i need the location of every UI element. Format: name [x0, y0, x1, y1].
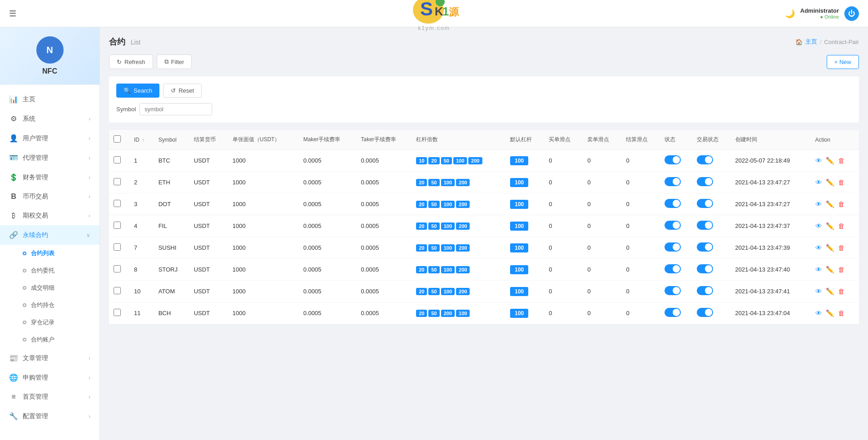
- sidebar-item-perpetual[interactable]: 🔗 永续合约 ∨: [0, 225, 99, 245]
- sidebar-item-user-mgmt[interactable]: 👤 用户管理 ›: [0, 129, 99, 148]
- menu-toggle-icon[interactable]: ☰: [9, 9, 16, 19]
- delete-icon[interactable]: 🗑: [838, 200, 845, 208]
- row-checkbox[interactable]: [114, 156, 121, 163]
- user-name: Administrator: [800, 7, 839, 14]
- leverage-badge: 50: [428, 222, 439, 230]
- edit-icon[interactable]: ✏️: [826, 287, 834, 296]
- trade-status-toggle[interactable]: [697, 242, 713, 252]
- status-toggle[interactable]: [665, 242, 681, 252]
- cell-currency: USDT: [189, 172, 228, 193]
- view-icon[interactable]: 👁: [815, 178, 822, 186]
- delete-icon[interactable]: 🗑: [838, 244, 845, 252]
- sub-dot-transaction: [23, 286, 26, 290]
- sidebar-item-home[interactable]: 📊 主页: [0, 89, 99, 109]
- sidebar-app-icon: N: [46, 45, 53, 55]
- row-checkbox[interactable]: [114, 243, 121, 251]
- sidebar-sub-contract-entrust[interactable]: 合约委托: [9, 262, 99, 279]
- status-toggle[interactable]: [665, 221, 681, 230]
- finance-icon: 💲: [9, 173, 18, 182]
- edit-icon[interactable]: ✏️: [826, 309, 834, 317]
- view-icon[interactable]: 👁: [815, 309, 822, 317]
- trade-status-toggle[interactable]: [697, 177, 713, 186]
- action-icons: 👁 ✏️ 🗑: [815, 222, 854, 230]
- finance-arrow-icon: ›: [89, 174, 90, 181]
- cell-trade-status: [692, 193, 731, 215]
- edit-icon[interactable]: ✏️: [826, 222, 834, 230]
- status-toggle[interactable]: [665, 264, 681, 273]
- cell-maker-fee: 0.0005: [299, 215, 357, 237]
- view-icon[interactable]: 👁: [815, 287, 822, 295]
- reset-button[interactable]: ↺ Reset: [163, 84, 202, 98]
- trade-status-toggle[interactable]: [697, 308, 713, 317]
- sidebar-item-system[interactable]: ⚙ 系统 ›: [0, 109, 99, 129]
- cell-taker-fee: 0.0005: [356, 259, 412, 281]
- theme-toggle-icon[interactable]: 🌙: [785, 9, 795, 19]
- trade-status-toggle[interactable]: [697, 286, 713, 295]
- coin-icon: B: [9, 193, 18, 201]
- sidebar-item-config[interactable]: 🔧 配置管理 ›: [0, 406, 99, 426]
- status-toggle[interactable]: [665, 308, 681, 317]
- sidebar-item-finance[interactable]: 💲 财务管理 ›: [0, 168, 99, 187]
- delete-icon[interactable]: 🗑: [838, 157, 845, 164]
- row-checkbox[interactable]: [114, 178, 121, 185]
- filter-button[interactable]: ⧉ Filter: [157, 54, 192, 69]
- row-checkbox[interactable]: [114, 287, 121, 294]
- cell-default-lever: 100: [506, 172, 544, 193]
- col-taker-fee: Taker手续费率: [356, 130, 412, 150]
- sidebar-sub-liquidation[interactable]: 穿仓记录: [9, 314, 99, 331]
- cell-created-at: 2022-05-07 22:18:49: [731, 150, 811, 172]
- view-icon[interactable]: 👁: [815, 222, 822, 230]
- trade-status-toggle[interactable]: [697, 221, 713, 230]
- cell-sell-slip: 0: [583, 150, 621, 172]
- row-checkbox[interactable]: [114, 265, 121, 272]
- status-toggle[interactable]: [665, 286, 681, 295]
- sidebar-sub-contract-account[interactable]: 合约账户: [9, 331, 99, 348]
- sidebar-item-agent-mgmt[interactable]: 🪪 代理管理 ›: [0, 148, 99, 168]
- leverage-badge: 20: [428, 157, 439, 164]
- view-icon[interactable]: 👁: [815, 200, 822, 208]
- symbol-input[interactable]: [139, 103, 212, 115]
- sub-dot-account: [23, 338, 26, 341]
- sidebar-sub-contract-position[interactable]: 合约持仓: [9, 297, 99, 314]
- select-all-checkbox[interactable]: [114, 135, 121, 143]
- trade-status-toggle[interactable]: [697, 199, 713, 208]
- row-checkbox[interactable]: [114, 309, 121, 316]
- new-button[interactable]: + New: [827, 55, 859, 69]
- options-icon: ₿: [9, 212, 18, 220]
- refresh-button[interactable]: ↻ Refresh: [109, 54, 153, 69]
- sidebar-item-options[interactable]: ₿ 期权交易 ›: [0, 206, 99, 225]
- sidebar-item-article[interactable]: 📰 文章管理 ›: [0, 348, 99, 368]
- sidebar-sub-contract-list[interactable]: 合约列表: [9, 245, 99, 262]
- status-toggle[interactable]: [665, 177, 681, 186]
- delete-icon[interactable]: 🗑: [838, 266, 845, 273]
- breadcrumb-home[interactable]: 主页: [805, 38, 817, 46]
- row-checkbox[interactable]: [114, 200, 121, 207]
- delete-icon[interactable]: 🗑: [838, 222, 845, 230]
- edit-icon[interactable]: ✏️: [826, 200, 834, 208]
- status-toggle[interactable]: [665, 155, 681, 164]
- view-icon[interactable]: 👁: [815, 244, 822, 252]
- trade-status-toggle[interactable]: [697, 155, 713, 164]
- power-button[interactable]: ⏻: [844, 6, 859, 21]
- trade-status-toggle[interactable]: [697, 264, 713, 273]
- edit-icon[interactable]: ✏️: [826, 178, 834, 187]
- edit-icon[interactable]: ✏️: [826, 244, 834, 252]
- sidebar-item-apply[interactable]: 🌐 申购管理 ›: [0, 368, 99, 387]
- search-button[interactable]: 🔍 Search: [116, 84, 159, 98]
- leverage-badge: 50: [428, 266, 439, 273]
- delete-icon[interactable]: 🗑: [838, 309, 845, 317]
- edit-icon[interactable]: ✏️: [826, 157, 834, 165]
- sidebar-sub-transaction-detail[interactable]: 成交明细: [9, 279, 99, 297]
- cell-trade-status: [692, 237, 731, 259]
- view-icon[interactable]: 👁: [815, 266, 822, 273]
- delete-icon[interactable]: 🗑: [838, 178, 845, 186]
- sidebar-item-coin-trade[interactable]: B 币币交易 ›: [0, 187, 99, 206]
- delete-icon[interactable]: 🗑: [838, 287, 845, 295]
- cell-trade-status: [692, 215, 731, 237]
- sidebar-item-homepage[interactable]: ≡ 首页管理 ›: [0, 387, 99, 406]
- row-checkbox[interactable]: [114, 222, 121, 229]
- status-toggle[interactable]: [665, 199, 681, 208]
- edit-icon[interactable]: ✏️: [826, 266, 834, 274]
- cell-settle-slip: 0: [621, 237, 660, 259]
- view-icon[interactable]: 👁: [815, 157, 822, 164]
